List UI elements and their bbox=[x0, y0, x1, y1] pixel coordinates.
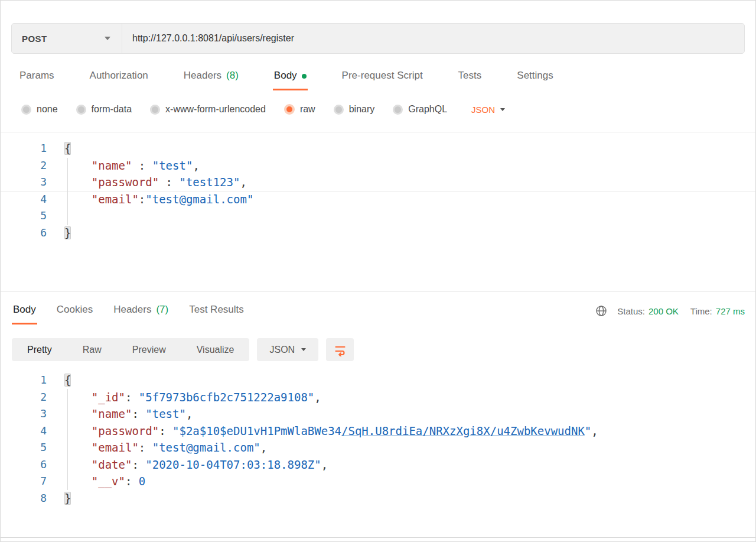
tab-label: Params bbox=[19, 70, 54, 82]
response-view-toolbar: PrettyRawPreviewVisualize JSON bbox=[12, 338, 755, 361]
line-number: 7 bbox=[1, 473, 47, 490]
response-editor-lines: 1{2 "_id": "5f7973b6cfb2c751222a9108",3 … bbox=[1, 372, 755, 507]
token: " bbox=[585, 424, 591, 437]
radio-icon bbox=[21, 105, 31, 115]
token: : bbox=[132, 407, 145, 420]
code-content: "__v": 0 bbox=[64, 473, 145, 490]
token bbox=[64, 159, 92, 172]
response-tab-headers[interactable]: Headers(7) bbox=[112, 304, 170, 324]
radio-icon bbox=[150, 105, 160, 115]
request-tab-params[interactable]: Params bbox=[18, 70, 56, 90]
code-content: { bbox=[64, 140, 71, 157]
token bbox=[64, 475, 92, 488]
wrap-text-button[interactable] bbox=[326, 338, 354, 361]
body-type-raw[interactable]: raw bbox=[284, 104, 315, 115]
code-line: 3 "password" : "test123", bbox=[1, 174, 755, 191]
request-tab-pre-request-script[interactable]: Pre-request Script bbox=[341, 70, 424, 90]
code-content: } bbox=[64, 225, 71, 242]
view-mode-pretty[interactable]: Pretty bbox=[12, 338, 67, 361]
radio-icon bbox=[334, 105, 344, 115]
line-number: 4 bbox=[1, 423, 47, 440]
request-editor-lines: 1{2 "name" : "test",3 "password" : "test… bbox=[1, 140, 755, 241]
line-number: 8 bbox=[1, 490, 47, 507]
indent-guide bbox=[67, 389, 68, 490]
code-content: } bbox=[64, 490, 71, 507]
method-dropdown[interactable]: POST bbox=[12, 24, 122, 53]
line-number: 5 bbox=[1, 207, 47, 225]
globe-icon[interactable] bbox=[595, 305, 607, 317]
code-line: 8} bbox=[1, 490, 755, 507]
time-label: Time: bbox=[690, 306, 712, 316]
request-tab-body[interactable]: Body bbox=[273, 70, 308, 90]
line-number: 5 bbox=[1, 439, 47, 456]
code-content: "date": "2020-10-04T07:03:18.898Z", bbox=[64, 456, 328, 473]
code-line: 4 "email":"test@gmail.com" bbox=[1, 191, 755, 208]
code-line: 4 "password": "$2a$10$eDU1vH1PmWlaBWe34/… bbox=[1, 423, 755, 440]
token: "test123" bbox=[179, 176, 240, 189]
token: "2020-10-04T07:03:18.898Z" bbox=[145, 458, 321, 471]
code-line: 2 "_id": "5f7973b6cfb2c751222a9108", bbox=[1, 389, 755, 406]
view-mode-raw[interactable]: Raw bbox=[67, 338, 117, 361]
token: , bbox=[260, 441, 267, 454]
url-input[interactable]: http://127.0.0.1:8081/api/users/register bbox=[122, 24, 744, 53]
request-language-select[interactable]: JSON bbox=[471, 105, 505, 115]
chevron-down-icon bbox=[301, 348, 306, 351]
radio-label: form-data bbox=[92, 104, 132, 115]
code-line: 1{ bbox=[1, 140, 755, 157]
token: "test@gmail.com" bbox=[145, 193, 253, 206]
code-content: { bbox=[64, 372, 71, 389]
response-tab-test-results[interactable]: Test Results bbox=[188, 304, 245, 324]
tab-label: Headers bbox=[113, 304, 151, 316]
token: "test" bbox=[145, 407, 186, 420]
wrap-text-icon bbox=[334, 343, 347, 356]
request-tab-tests[interactable]: Tests bbox=[457, 70, 483, 90]
token: : bbox=[125, 475, 139, 488]
radio-icon bbox=[76, 105, 86, 115]
code-content: "email": "test@gmail.com", bbox=[64, 439, 267, 456]
body-type-x-www-form-urlencoded[interactable]: x-www-form-urlencoded bbox=[150, 104, 266, 115]
token bbox=[64, 391, 92, 404]
tab-label: Pre-request Script bbox=[342, 70, 423, 82]
token: "date" bbox=[92, 458, 132, 471]
response-language-select[interactable]: JSON bbox=[257, 338, 318, 361]
body-type-form-data[interactable]: form-data bbox=[76, 104, 132, 115]
token bbox=[64, 176, 92, 189]
view-mode-preview[interactable]: Preview bbox=[117, 338, 181, 361]
token: "test" bbox=[152, 159, 193, 172]
tab-label: Authorization bbox=[90, 70, 148, 82]
response-tab-body[interactable]: Body bbox=[12, 304, 37, 324]
body-type-binary[interactable]: binary bbox=[334, 104, 375, 115]
token bbox=[64, 424, 92, 437]
tab-count: (7) bbox=[156, 304, 168, 316]
token: { bbox=[64, 142, 71, 155]
token: "__v" bbox=[92, 475, 125, 488]
radio-label: GraphQL bbox=[408, 104, 447, 115]
response-tab-cookies[interactable]: Cookies bbox=[56, 304, 94, 324]
request-tab-headers[interactable]: Headers(8) bbox=[183, 70, 240, 90]
request-tab-settings[interactable]: Settings bbox=[516, 70, 554, 90]
request-tabs: ParamsAuthorizationHeaders(8)BodyPre-req… bbox=[18, 70, 755, 90]
token bbox=[64, 193, 92, 206]
body-type-graphql[interactable]: GraphQL bbox=[393, 104, 447, 115]
code-content: "password" : "test123", bbox=[64, 174, 247, 191]
request-editor[interactable]: 1{2 "name" : "test",3 "password" : "test… bbox=[1, 132, 755, 291]
token: { bbox=[64, 374, 71, 387]
line-number: 3 bbox=[1, 405, 47, 423]
line-number: 2 bbox=[1, 157, 47, 174]
token: : bbox=[139, 441, 152, 454]
code-line: 5 "email": "test@gmail.com", bbox=[1, 439, 755, 456]
token: "_id" bbox=[92, 391, 125, 404]
line-number: 1 bbox=[1, 372, 47, 389]
view-mode-visualize[interactable]: Visualize bbox=[181, 338, 250, 361]
tab-label: Cookies bbox=[57, 304, 93, 316]
body-type-none[interactable]: none bbox=[21, 104, 58, 115]
tab-label: Headers bbox=[184, 70, 221, 82]
token: : bbox=[132, 159, 152, 172]
request-tab-authorization[interactable]: Authorization bbox=[89, 70, 149, 90]
code-content: "password": "$2a$10$eDU1vH1PmWlaBWe34/Sq… bbox=[64, 423, 598, 440]
token: , bbox=[186, 407, 193, 420]
line-number: 1 bbox=[1, 140, 47, 157]
response-tabs: BodyCookiesHeaders(7)Test Results bbox=[12, 304, 245, 324]
response-editor[interactable]: 1{2 "_id": "5f7973b6cfb2c751222a9108",3 … bbox=[1, 369, 755, 507]
code-content: "_id": "5f7973b6cfb2c751222a9108", bbox=[64, 389, 321, 406]
